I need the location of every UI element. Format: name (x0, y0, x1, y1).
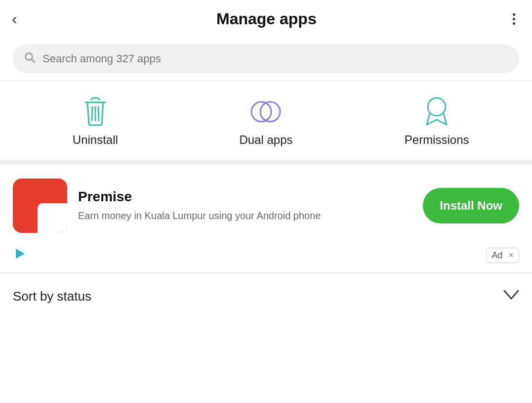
page-title: Manage apps (23, 10, 510, 28)
permissions-label: Permissions (405, 133, 469, 147)
action-row: Uninstall Dual apps Permissions (0, 81, 532, 160)
sort-label: Sort by status (13, 289, 91, 304)
svg-line-5 (98, 107, 99, 121)
svg-line-1 (32, 60, 35, 63)
ad-card: Premise Earn money in Kuala Lumpur using… (0, 165, 532, 242)
permissions-action[interactable]: Permissions (382, 95, 491, 147)
more-button[interactable] (510, 11, 518, 27)
svg-point-6 (251, 102, 271, 122)
back-button[interactable]: ‹ (10, 9, 23, 29)
dot3 (513, 22, 515, 25)
dual-apps-icon (250, 95, 282, 127)
section-divider (0, 160, 532, 165)
ad-label: Ad (491, 250, 502, 261)
sort-row[interactable]: Sort by status (0, 273, 532, 319)
permissions-icon (421, 95, 452, 127)
ad-close-button[interactable]: × (508, 250, 514, 261)
install-now-button[interactable]: Install Now (423, 188, 519, 224)
ad-app-icon (13, 179, 67, 233)
search-input[interactable] (42, 52, 508, 65)
chevron-down-icon (503, 288, 519, 304)
play-icon (13, 247, 27, 264)
ad-app-icon-inner (38, 203, 67, 233)
uninstall-action[interactable]: Uninstall (41, 95, 150, 147)
search-container (0, 38, 532, 80)
search-bar[interactable] (13, 45, 519, 73)
ad-footer: Ad × (0, 242, 532, 272)
ad-app-description: Earn money in Kuala Lumpur using your An… (78, 209, 412, 223)
dot2 (513, 18, 515, 20)
trash-icon (80, 95, 111, 127)
ad-info: Premise Earn money in Kuala Lumpur using… (78, 189, 412, 223)
svg-point-0 (26, 53, 33, 60)
dot1 (513, 13, 515, 16)
ad-badge: Ad × (486, 248, 519, 263)
svg-marker-9 (16, 249, 25, 259)
svg-point-7 (260, 102, 280, 122)
uninstall-label: Uninstall (73, 133, 118, 147)
ad-app-name: Premise (78, 189, 412, 205)
dual-apps-label: Dual apps (239, 133, 292, 147)
dual-apps-action[interactable]: Dual apps (211, 95, 320, 147)
header: ‹ Manage apps (0, 0, 532, 38)
svg-point-8 (428, 98, 446, 116)
search-icon (24, 51, 36, 66)
svg-line-3 (92, 107, 92, 121)
